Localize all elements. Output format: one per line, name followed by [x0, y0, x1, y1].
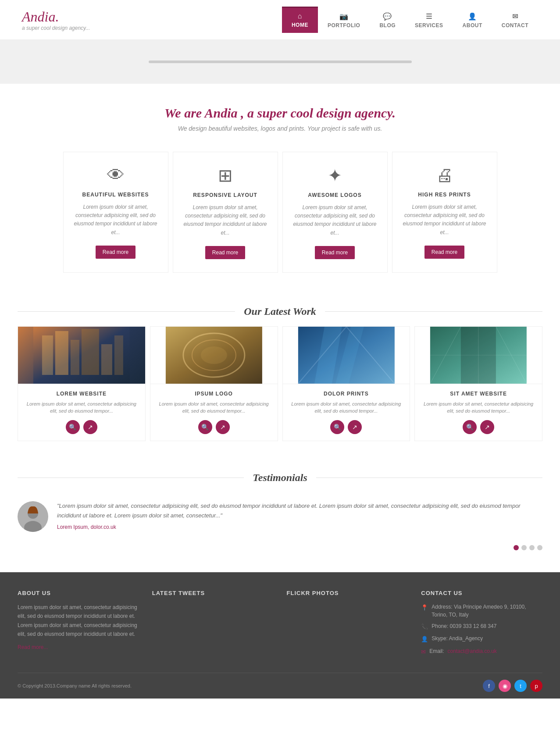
- testimonial-dot-2[interactable]: [529, 545, 535, 550]
- footer-skype: 👤 Skype: Andia_Agency: [421, 634, 542, 644]
- testimonial-content: "Lorem ipsum dolor sit amet, consectetur…: [18, 492, 542, 541]
- intro-title: We are Andia , a super cool design agenc…: [9, 106, 551, 121]
- divider-left: [18, 311, 235, 312]
- svg-rect-4: [82, 329, 99, 375]
- portfolio-title-2: DOLOR PRINTS: [289, 391, 403, 397]
- read-more-button-0[interactable]: Read more: [96, 246, 136, 259]
- testimonial-avatar: [18, 501, 48, 532]
- svg-point-10: [201, 346, 227, 364]
- contact-icon: ✉: [512, 12, 518, 21]
- intro-title-prefix: We are: [164, 106, 205, 120]
- portfolio-link-btn-0[interactable]: ↗: [83, 420, 97, 434]
- footer-about-title: ABOUT US: [18, 590, 139, 596]
- social-facebook[interactable]: f: [483, 680, 495, 692]
- footer-email: ✉ Email: contact@andia.co.uk: [421, 647, 542, 656]
- nav-home-label: HOME: [292, 22, 308, 28]
- portfolio-info-3: SIT AMET WEBSITE Lorem ipsum dolor sit a…: [415, 384, 542, 441]
- portfolio-link-btn-3[interactable]: ↗: [480, 420, 494, 434]
- portfolio-title-0: LOREM WEBSITE: [25, 391, 139, 397]
- social-pinterest[interactable]: p: [530, 680, 542, 692]
- intro-section: We are Andia , a super cool design agenc…: [0, 84, 560, 150]
- portfolio-title-3: SIT AMET WEBSITE: [421, 391, 535, 397]
- logo: Andia. a super cool design agency...: [22, 9, 90, 31]
- testimonials-section: "Lorem ipsum dolor sit amet, consectetur…: [0, 492, 560, 572]
- portfolio-info-2: DOLOR PRINTS Lorem ipsum dolor sit amet,…: [283, 384, 410, 441]
- social-twitter[interactable]: t: [514, 680, 527, 692]
- footer-address-text: Address: Via Principe Amedeo 9, 10100, T…: [432, 603, 542, 619]
- location-icon: 📍: [421, 603, 428, 612]
- testimonial-body: "Lorem ipsum dolor sit amet, consectetur…: [57, 501, 542, 530]
- testimonial-text: "Lorem ipsum dolor sit amet, consectetur…: [57, 501, 542, 520]
- feature-text-0: Lorem ipsum dolor sit amet, consectetur …: [72, 203, 159, 237]
- footer-bottom: © Copyright 2013.Company name All rights…: [18, 673, 542, 699]
- testimonial-dot-1[interactable]: [521, 545, 527, 550]
- portfolio-actions-0: 🔍 ↗: [25, 420, 139, 434]
- testimonials-section-title: Testimonials: [244, 472, 316, 484]
- read-more-button-3[interactable]: Read more: [424, 246, 464, 259]
- hero-slider: [149, 61, 412, 63]
- feature-title-3: HIGH RES PRINTS: [401, 192, 488, 198]
- portfolio-link-btn-2[interactable]: ↗: [348, 420, 362, 434]
- testimonial-dot-0[interactable]: [514, 545, 519, 550]
- portfolio-zoom-btn-2[interactable]: 🔍: [330, 420, 344, 434]
- read-more-button-1[interactable]: Read more: [205, 246, 245, 259]
- portfolio-zoom-btn-0[interactable]: 🔍: [66, 420, 80, 434]
- portfolio-actions-1: 🔍 ↗: [157, 420, 271, 434]
- main-nav: ⌂ HOME 📷 PORTFOLIO 💬 BLOG ☰ SERVICES 👤 A…: [282, 7, 538, 33]
- skype-icon: 👤: [421, 635, 428, 644]
- portfolio-info-1: IPSUM LOGO Lorem ipsum dolor sit amet, c…: [150, 384, 278, 441]
- footer-about: ABOUT US Lorem ipsum dolor sit amet, con…: [18, 590, 139, 660]
- svg-rect-2: [55, 331, 68, 375]
- testimonial-dot-3[interactable]: [537, 545, 542, 550]
- svg-rect-5: [101, 344, 112, 375]
- features-section: 👁 BEAUTIFUL WEBSITES Lorem ipsum dolor s…: [0, 150, 560, 292]
- feature-responsive-layout: ⊞ RESPONSIVE LAYOUT Lorem ipsum dolor si…: [173, 152, 278, 273]
- portfolio-desc-2: Lorem ipsum dolor sit amet, consectetur …: [289, 400, 403, 415]
- feature-text-1: Lorem ipsum dolor sit amet, consectetur …: [182, 203, 269, 237]
- nav-about[interactable]: 👤 ABOUT: [453, 7, 492, 33]
- nav-portfolio-label: PORTFOLIO: [328, 22, 360, 29]
- feature-text-2: Lorem ipsum dolor sit amet, consectetur …: [292, 203, 378, 237]
- phone-icon: 📞: [421, 623, 428, 631]
- nav-home[interactable]: ⌂ HOME: [282, 7, 318, 33]
- svg-rect-6: [114, 335, 123, 375]
- feature-awesome-logos: ✦ AWESOME LOGOS Lorem ipsum dolor sit am…: [282, 152, 388, 273]
- logo-tagline: a super cool design agency...: [22, 25, 90, 31]
- footer-flickr: FLICKR PHOTOS: [287, 590, 408, 660]
- portfolio-item-2: DOLOR PRINTS Lorem ipsum dolor sit amet,…: [282, 326, 410, 441]
- intro-title-suffix: , a super cool design agency.: [241, 106, 396, 120]
- feature-text-3: Lorem ipsum dolor sit amet, consectetur …: [401, 203, 488, 237]
- portfolio-image-2: [283, 327, 410, 384]
- portfolio-desc-1: Lorem ipsum dolor sit amet, consectetur …: [157, 400, 271, 415]
- nav-contact[interactable]: ✉ CONTACT: [492, 7, 538, 33]
- svg-rect-3: [71, 340, 79, 375]
- portfolio-zoom-btn-3[interactable]: 🔍: [463, 420, 477, 434]
- nav-services[interactable]: ☰ SERVICES: [405, 7, 453, 33]
- nav-blog[interactable]: 💬 BLOG: [370, 7, 405, 33]
- testimonials-divider-right: [316, 478, 542, 478]
- portfolio-zoom-btn-1[interactable]: 🔍: [198, 420, 212, 434]
- feature-title-2: AWESOME LOGOS: [292, 192, 378, 198]
- footer-about-readmore[interactable]: Read more...: [18, 644, 48, 650]
- svg-rect-1: [42, 335, 53, 375]
- portfolio-divider: Our Latest Work: [0, 292, 560, 326]
- portfolio-link-btn-1[interactable]: ↗: [216, 420, 230, 434]
- footer-tweets: LATEST TWEETS: [152, 590, 274, 660]
- portfolio-title-1: IPSUM LOGO: [157, 391, 271, 397]
- footer-about-text: Lorem ipsum dolor sit amet, consectetur …: [18, 603, 139, 639]
- portfolio-section-title: Our Latest Work: [235, 306, 325, 317]
- magic-icon: ✦: [292, 165, 378, 185]
- nav-portfolio[interactable]: 📷 PORTFOLIO: [318, 7, 370, 33]
- feature-title-1: RESPONSIVE LAYOUT: [182, 192, 269, 198]
- portfolio-image-3: [415, 327, 542, 384]
- portfolio-icon: 📷: [339, 12, 349, 21]
- footer: ABOUT US Lorem ipsum dolor sit amet, con…: [0, 572, 560, 699]
- site-header: Andia. a super cool design agency... ⌂ H…: [0, 0, 560, 40]
- footer-copyright: © Copyright 2013.Company name All rights…: [18, 683, 132, 688]
- social-icons: f ◉ t p: [483, 680, 542, 692]
- portfolio-actions-2: 🔍 ↗: [289, 420, 403, 434]
- social-dribbble[interactable]: ◉: [499, 680, 511, 692]
- read-more-button-2[interactable]: Read more: [315, 246, 355, 259]
- footer-email-link[interactable]: contact@andia.co.uk: [448, 647, 497, 655]
- nav-about-label: ABOUT: [463, 22, 482, 29]
